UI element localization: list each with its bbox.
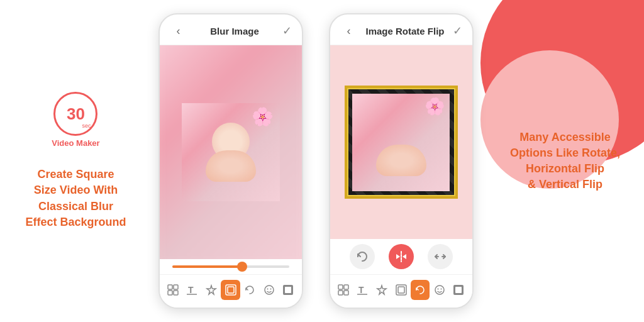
baby-figure xyxy=(206,150,256,182)
rotate-left-btn[interactable] xyxy=(350,244,375,269)
svg-rect-12 xyxy=(285,287,291,293)
toolbar-face-btn[interactable] xyxy=(259,280,279,300)
phone2-header: ‹ Image Rotate Flip ✓ xyxy=(330,14,472,45)
toolbar-bg-btn[interactable] xyxy=(279,280,298,300)
toolbar-grid-btn[interactable] xyxy=(164,280,183,300)
phone2-toolbar: T xyxy=(330,274,472,308)
svg-text:T: T xyxy=(188,285,194,295)
blur-slider-thumb[interactable] xyxy=(237,262,247,272)
toolbar-text-btn[interactable]: T xyxy=(182,280,202,300)
logo-container: 30 sec Video Maker xyxy=(52,92,99,148)
phone2-toolbar-grid-btn[interactable] xyxy=(334,280,353,300)
svg-rect-15 xyxy=(338,291,343,295)
phone1-slider-area xyxy=(160,259,302,274)
svg-point-23 xyxy=(440,289,441,290)
svg-rect-20 xyxy=(398,287,404,293)
phone2-title: Image Rotate Flip xyxy=(365,26,444,36)
phone2-image-area: 🌸 xyxy=(330,45,472,239)
svg-point-10 xyxy=(270,289,271,290)
flip-next-btn[interactable] xyxy=(428,244,453,269)
svg-rect-14 xyxy=(344,285,348,289)
toolbar-effect-btn[interactable] xyxy=(202,280,221,300)
svg-text:T: T xyxy=(358,285,364,295)
rotate-controls xyxy=(330,239,472,274)
phone2-toolbar-face-btn[interactable] xyxy=(430,280,449,300)
svg-point-22 xyxy=(437,289,438,290)
flip-horizontal-btn[interactable] xyxy=(389,244,414,269)
left-section: 30 sec Video Maker Create SquareSize Vid… xyxy=(19,92,133,230)
right-section: Many AccessibleOptions Like Rotate,Horiz… xyxy=(499,130,625,193)
right-tagline: Many AccessibleOptions Like Rotate,Horiz… xyxy=(506,130,625,193)
phone1-check: ✓ xyxy=(282,24,292,38)
logo-sec: sec xyxy=(82,123,91,129)
toolbar-frame-btn[interactable] xyxy=(221,280,240,300)
svg-rect-13 xyxy=(338,285,343,289)
svg-rect-16 xyxy=(344,291,348,295)
blur-slider-track[interactable] xyxy=(172,265,289,268)
phone1-toolbar: T xyxy=(160,274,302,308)
rotate-image-frame: 🌸 xyxy=(345,86,458,199)
phone2-toolbar-frame-btn[interactable] xyxy=(391,280,411,300)
phone2-toolbar-effect-btn[interactable] xyxy=(372,280,392,300)
phone2-toolbar-text-btn[interactable]: T xyxy=(353,280,372,300)
logo-number: 30 xyxy=(67,106,85,122)
toolbar-rotate-btn[interactable] xyxy=(240,280,260,300)
phone1-title: Blur Image xyxy=(210,26,259,36)
phone1-back-button[interactable]: ‹ xyxy=(170,22,187,40)
phone1-image-area xyxy=(160,45,302,259)
baby-image xyxy=(182,103,280,201)
left-tagline: Create SquareSize Video WithClassical Bl… xyxy=(25,167,126,230)
svg-rect-1 xyxy=(174,285,178,289)
blur-slider-fill xyxy=(172,265,243,268)
svg-rect-0 xyxy=(168,285,172,289)
phone-blur-image: ‹ Blur Image ✓ xyxy=(158,13,303,309)
phone2-back-button[interactable]: ‹ xyxy=(340,22,358,40)
phone-rotate-flip: ‹ Image Rotate Flip ✓ 🌸 xyxy=(329,13,474,309)
logo-title: Video Maker xyxy=(52,138,99,148)
phone1-image-inner xyxy=(180,102,281,203)
rotate-inner-image: 🌸 xyxy=(352,94,450,191)
phone2-check: ✓ xyxy=(453,24,462,38)
phone2-toolbar-bg-btn[interactable] xyxy=(449,280,469,300)
svg-point-9 xyxy=(267,289,268,290)
phone1-header: ‹ Blur Image ✓ xyxy=(160,14,302,45)
phone2-toolbar-rotate-btn[interactable] xyxy=(411,280,430,300)
svg-rect-2 xyxy=(168,291,172,295)
svg-rect-7 xyxy=(228,287,234,293)
logo-circle: 30 sec xyxy=(53,92,97,136)
svg-rect-25 xyxy=(455,287,462,293)
svg-point-8 xyxy=(265,286,274,294)
svg-point-21 xyxy=(435,286,444,294)
svg-rect-3 xyxy=(174,291,178,295)
